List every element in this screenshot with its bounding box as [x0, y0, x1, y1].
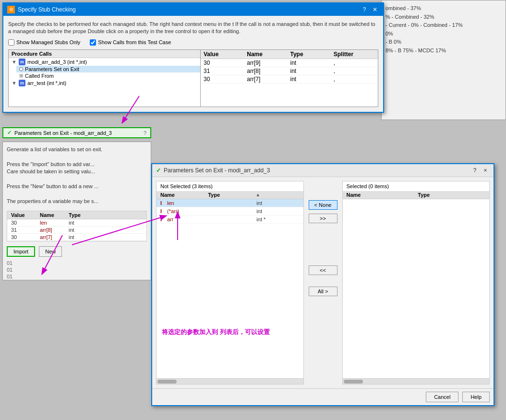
params-left-row-1[interactable]: I (*arr) int: [157, 207, 303, 216]
stub-left-panel: Procedure Calls ▼ m modi_arr_add_3 (int …: [9, 50, 201, 107]
lower-table-header: Value Name Type: [7, 211, 146, 219]
stub-table-row-2[interactable]: 30 arr[7] int ,: [201, 75, 378, 84]
coverage-line-5: 0%: [386, 30, 502, 38]
params-middle-btns: < None >> << All >: [304, 181, 342, 384]
lower-val-1: 31: [9, 227, 38, 233]
lower-desc-line1: Generate a list of variables to set on e…: [7, 146, 147, 153]
left-row-name-2: arr: [165, 216, 254, 222]
params-titlebar: ✓ Parameters Set on Exit - modi_arr_add_…: [152, 164, 494, 177]
checkbox-row: Show Managed Stubs Only Show Calls from …: [8, 39, 378, 46]
type-2: int: [289, 76, 333, 83]
stub-title-icon: ⚙: [7, 6, 15, 13]
params-right-header: Name Type: [343, 191, 490, 199]
lower-desc-line2: Press the "Import" button to add var...: [7, 161, 147, 168]
right-scrollbar-h[interactable]: [343, 378, 490, 384]
lower-panel: Generate a list of variables to set on e…: [2, 142, 151, 280]
not-selected-title: Not Selected (3 items): [157, 181, 303, 191]
lower-desc-line4: Press the "New" button to add a new ...: [7, 183, 147, 190]
titlebar-left: ⚙ Specify Stub Checking: [7, 6, 76, 13]
params-footer: Cancel Help: [152, 388, 494, 405]
lower-val-2: 30: [9, 234, 38, 240]
lower-col-name: Name: [38, 212, 67, 218]
right-type-col: Type: [416, 192, 487, 198]
lower-status-01b: 01: [3, 266, 151, 273]
lower-desc: Generate a list of variables to set on e…: [3, 142, 151, 209]
help-button[interactable]: Help: [462, 392, 490, 402]
lower-name-0: len: [38, 220, 67, 226]
coverage-line-8: 8% - B 75% - MCDC 17%: [386, 47, 502, 55]
params-right-panel: Selected (0 items) Name Type: [342, 181, 490, 384]
all-right-button[interactable]: All >: [309, 287, 337, 296]
move-right-all-button[interactable]: >>: [309, 214, 337, 223]
lower-status-01a: 01: [3, 260, 151, 266]
col-name-header: Name: [246, 51, 289, 58]
left-row-icon-2: I: [158, 216, 165, 222]
tree-label-params: Parameters Set on Exit: [25, 66, 79, 72]
param-circle-icon: [19, 67, 23, 71]
lower-status-01c: 01: [3, 273, 151, 280]
checkbox-calls[interactable]: [90, 39, 96, 46]
lower-row-1[interactable]: 31 arr[8] int: [7, 227, 146, 234]
stub-title-text: Specify Stub Checking: [18, 6, 76, 13]
sort-icon: ▲: [253, 192, 301, 198]
split-2: ,: [333, 76, 376, 83]
type-0: int: [289, 60, 333, 66]
checkbox-managed-text: Show Managed Stubs Only: [16, 39, 80, 45]
stub-table-row-0[interactable]: 30 arr[9] int ,: [201, 59, 378, 67]
stub-help-button[interactable]: ?: [360, 5, 369, 14]
lower-buttons: Import New: [3, 243, 151, 260]
stub-table-row-1[interactable]: 31 arr[8] int ,: [201, 67, 378, 75]
lower-val-0: 30: [9, 220, 38, 226]
cancel-button[interactable]: Cancel: [426, 392, 458, 402]
coverage-panel: ombined - 37% % - Combined - 32% - Curre…: [381, 0, 506, 120]
left-row-type-0: int: [254, 200, 301, 206]
tree-item-arr-test[interactable]: ▼ m arr_test (int *,int): [9, 79, 200, 87]
tree-label-called: Called From: [25, 73, 54, 79]
params-help-btn[interactable]: ?: [470, 166, 479, 175]
name-2: arr[7]: [246, 76, 289, 83]
none-button[interactable]: < None: [309, 200, 337, 210]
params-left-row-0[interactable]: I len int: [157, 199, 303, 207]
col-type-header: Type: [289, 51, 333, 58]
params-close-btn[interactable]: ×: [481, 166, 490, 175]
lower-desc-line3: Care should be taken in setting valu...: [7, 168, 147, 175]
left-row-name-1: (*arr): [165, 208, 254, 214]
params-titlebar-left: ✓ Parameters Set on Exit - modi_arr_add_…: [156, 167, 270, 174]
type-1: int: [289, 68, 333, 74]
tree-item-called-from[interactable]: ⊞ Called From: [16, 72, 200, 79]
checkbox-calls-label[interactable]: Show Calls from this Test Case: [90, 39, 171, 46]
stub-titlebar: ⚙ Specify Stub Checking ? ✕: [3, 3, 383, 16]
selected-title: Selected (0 items): [343, 181, 490, 191]
import-button[interactable]: Import: [7, 246, 35, 257]
checkbox-managed-label[interactable]: Show Managed Stubs Only: [8, 39, 80, 46]
tree-item-modi[interactable]: ▼ m modi_arr_add_3 (int *,int): [9, 58, 200, 66]
params-exit-question[interactable]: ?: [144, 130, 146, 136]
stub-close-button[interactable]: ✕: [371, 5, 379, 14]
tree-label-arr-test: arr_test (int *,int): [27, 80, 66, 86]
lower-col-type: Type: [67, 212, 96, 218]
left-scrollbar-h[interactable]: [157, 378, 303, 384]
move-left-all-button[interactable]: <<: [309, 265, 337, 275]
checkbox-managed[interactable]: [8, 39, 14, 46]
params-content: Not Selected (3 items) Name Type ▲ I len…: [152, 177, 494, 388]
expand-icon: ▼: [12, 59, 17, 65]
left-row-name-0: len: [165, 200, 254, 206]
stub-body: Specify the checks to be performed for e…: [3, 16, 383, 112]
stub-content-panel: Procedure Calls ▼ m modi_arr_add_3 (int …: [8, 49, 378, 107]
params-left-row-2[interactable]: I arr int *: [157, 216, 303, 224]
new-button[interactable]: New: [39, 246, 62, 257]
name-0: arr[9]: [246, 60, 289, 66]
coverage-line-1: ombined - 37%: [386, 4, 502, 13]
lower-col-value: Value: [9, 212, 38, 218]
tree-item-params-exit[interactable]: Parameters Set on Exit: [16, 66, 200, 72]
stub-description: Specify the checks to be performed for e…: [8, 21, 378, 36]
coverage-line-3: - Current - 0% - Combined - 17%: [386, 21, 502, 30]
lower-row-2[interactable]: 30 arr[7] int: [7, 234, 146, 241]
dialog-stub-checking: ⚙ Specify Stub Checking ? ✕ Specify the …: [2, 2, 384, 113]
lower-row-0[interactable]: 30 len int: [7, 219, 146, 227]
params-titlebar-btns: ? ×: [470, 166, 490, 175]
params-exit-titlebar: ✓ Parameters Set on Exit - modi_arr_add_…: [2, 127, 151, 138]
params-check-icon: ✓: [156, 167, 161, 174]
split-1: ,: [333, 68, 376, 74]
lower-name-1: arr[8]: [38, 227, 67, 233]
